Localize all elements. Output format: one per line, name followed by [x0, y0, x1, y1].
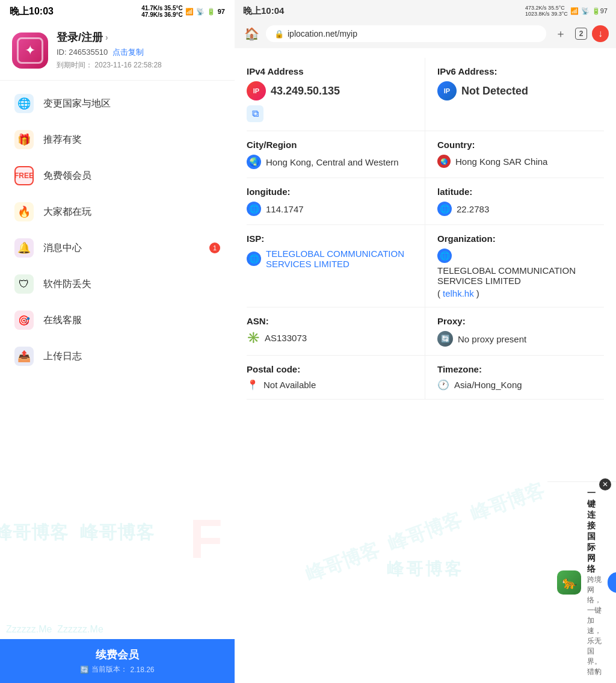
avatar: ✦: [12, 32, 48, 69]
menu-label-change-region: 变更国家与地区: [43, 97, 220, 110]
right-battery-icon: 🔋97: [592, 7, 608, 15]
menu-item-recommend[interactable]: 🎁 推荐有奖: [0, 122, 235, 158]
renew-button[interactable]: 续费会员: [96, 647, 139, 662]
org-value-row: 🌐 TELEGLOBAL COMMUNICATION SERVICES LIMI…: [437, 249, 604, 298]
hk-flag-icon: 🌏: [437, 155, 451, 168]
gift-icon: 🎁: [14, 130, 34, 149]
left-battery-pct: 97: [218, 8, 225, 15]
timezone-value-row: 🕐 Asia/Hong_Kong: [437, 379, 604, 391]
isp-label: ISP:: [247, 233, 413, 244]
profile-info: 登录/注册 › ID: 246535510 点击复制 到期时间： 2023-11…: [57, 30, 162, 70]
org-link[interactable]: telhk.hk: [443, 288, 474, 298]
left-speed-icon: 41.7K/s 35.5°C47.9K/s 36.9°C: [141, 5, 183, 18]
service-icon: 🎯: [14, 311, 34, 330]
org-label: Organization:: [437, 233, 604, 244]
bell-icon: 🔔: [14, 238, 34, 258]
ipv6-section: IPv6 Address: IP Not Detected: [425, 58, 604, 131]
isp-value-row: 🌐 TELEGLOBAL COMMUNICATION SERVICES LIMI…: [247, 249, 413, 269]
country-label: Country:: [437, 140, 604, 150]
proxy-value: No proxy present: [458, 334, 526, 344]
timezone-label: Timezone:: [437, 364, 604, 374]
ad-close-button[interactable]: ✕: [599, 478, 611, 490]
city-value-row: 🌏 Hong Kong, Central and Western: [247, 155, 413, 169]
message-badge: 1: [209, 243, 220, 253]
menu-item-popular[interactable]: 🔥 大家都在玩: [0, 194, 235, 230]
shield-icon: 🛡: [14, 274, 34, 294]
longitude-label: longitude:: [247, 187, 413, 197]
copy-id-button[interactable]: 点击复制: [112, 48, 144, 57]
profile-name[interactable]: 登录/注册 ›: [57, 30, 162, 45]
address-bar[interactable]: 🔒 iplocation.net/myip: [266, 25, 546, 42]
browser-nav: 🏠 🔒 iplocation.net/myip ＋ 2 ↓: [235, 19, 616, 48]
menu-item-service[interactable]: 🎯 在线客服: [0, 302, 235, 338]
proxy-icon: 🔄: [437, 331, 453, 347]
org-section: Organization: 🌐 TELEGLOBAL COMMUNICATION…: [425, 225, 604, 308]
postal-label: Postal code:: [247, 364, 413, 374]
country-value-row: 🌏 Hong Kong SAR China: [437, 155, 604, 168]
asn-icon: ✳️: [247, 331, 260, 344]
menu-label-security: 软件防丢失: [43, 278, 220, 291]
left-time: 晚上10:03: [10, 5, 54, 18]
home-icon[interactable]: 🏠: [242, 24, 261, 43]
ipv6-value-row: IP Not Detected: [437, 81, 604, 100]
left-status-icons: 41.7K/s 35.5°C47.9K/s 36.9°C 📶 📡 🔋 97: [141, 5, 225, 18]
proxy-section: Proxy: 🔄 No proxy present: [425, 308, 604, 356]
right-wifi-icon: 📡: [581, 7, 590, 15]
postal-section: Postal code: 📍 Not Available: [247, 356, 425, 400]
copy-ipv4-button[interactable]: ⧉: [247, 105, 263, 122]
postal-value-row: 📍 Not Available: [247, 379, 413, 391]
ad-text: 一键连接国际网络 跨境网络，一键加速，乐无国界。猎豹: [587, 488, 602, 677]
right-speeds: 473.2K/s 35.5°C1023.8K/s 39.3°C: [525, 5, 568, 17]
longitude-value-row: 🌐 114.1747: [247, 202, 413, 216]
menu-item-upload[interactable]: 📤 上传日志: [0, 338, 235, 374]
menu-item-change-region[interactable]: 🌐 变更国家与地区: [0, 85, 235, 122]
add-tab-button[interactable]: ＋: [551, 24, 570, 43]
isp-link[interactable]: TELEGLOBAL COMMUNICATION SERVICES LIMITE…: [266, 249, 413, 269]
menu-item-free-member[interactable]: FREE 免费领会员: [0, 158, 235, 194]
more-button[interactable]: ↓: [592, 25, 609, 42]
timezone-section: Timezone: 🕐 Asia/Hong_Kong: [425, 356, 604, 400]
menu-label-messages: 消息中心: [43, 242, 200, 255]
org-value: TELEGLOBAL COMMUNICATION SERVICES LIMITE…: [437, 265, 604, 286]
latitude-label: latitude:: [437, 187, 604, 197]
ipv4-value-row: IP 43.249.50.135: [247, 81, 413, 100]
ipv4-icon: IP: [247, 81, 266, 100]
menu-item-security[interactable]: 🛡 软件防丢失: [0, 266, 235, 302]
tab-count[interactable]: 2: [575, 28, 587, 40]
menu-label-upload: 上传日志: [43, 350, 220, 363]
ipv6-icon: IP: [437, 81, 457, 100]
ad-subtitle: 跨境网络，一键加速，乐无国界。猎豹: [587, 575, 602, 677]
menu-label-recommend: 推荐有奖: [43, 134, 220, 146]
menu-item-messages[interactable]: 🔔 消息中心 1: [0, 230, 235, 266]
ipv6-label: IPv6 Address:: [437, 66, 604, 76]
menu-label-popular: 大家都在玩: [43, 206, 220, 218]
menu-label-free-member: 免费领会员: [43, 170, 220, 182]
status-bar-left: 晚上10:03 41.7K/s 35.5°C47.9K/s 36.9°C 📶 📡…: [0, 0, 235, 20]
country-section: Country: 🌏 Hong Kong SAR China: [425, 131, 604, 178]
latitude-value: 22.2783: [457, 204, 489, 214]
nav-actions: ＋ 2 ↓: [551, 24, 609, 43]
upload-icon: 📤: [14, 347, 34, 366]
proxy-value-row: 🔄 No proxy present: [437, 331, 604, 347]
right-status-icons: 473.2K/s 35.5°C1023.8K/s 39.3°C 📶 📡 🔋97: [525, 5, 608, 17]
timezone-value: Asia/Hong_Kong: [454, 380, 522, 390]
ad-open-button[interactable]: 打开: [608, 572, 616, 593]
org-icon: 🌐: [437, 249, 452, 263]
left-signal-icon: 📶: [185, 8, 194, 16]
longitude-icon: 🌐: [247, 202, 261, 216]
right-time: 晚上10:04: [243, 5, 284, 17]
city-globe-icon: 🌏: [247, 155, 261, 169]
postal-icon: 📍: [247, 379, 259, 391]
right-signal-icon: 📶: [570, 7, 579, 15]
ip-grid: IPv4 Address IP 43.249.50.135 ⧉ IPv6 Add…: [247, 58, 604, 400]
ipv4-label: IPv4 Address: [247, 66, 413, 76]
avatar-icon: ✦: [25, 43, 35, 58]
city-label: City/Region: [247, 140, 413, 150]
bottom-bar-left: 续费会员 🔄 当前版本： 2.18.26: [0, 639, 235, 683]
longitude-section: longitude: 🌐 114.1747: [247, 178, 425, 225]
asn-value: AS133073: [265, 333, 307, 343]
latitude-section: latitude: 🌐 22.2783: [425, 178, 604, 225]
version-info: 🔄 当前版本： 2.18.26: [80, 664, 154, 675]
ipv4-value: 43.249.50.135: [271, 85, 340, 97]
profile-section[interactable]: ✦ 登录/注册 › ID: 246535510 点击复制 到期时间： 2023-…: [0, 20, 235, 81]
